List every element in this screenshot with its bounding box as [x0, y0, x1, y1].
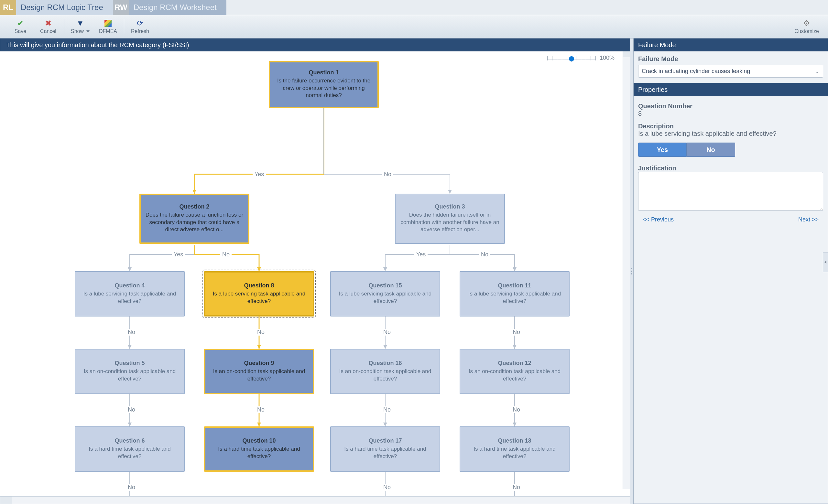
node-q16[interactable]: Question 16 Is an on-condition task appl… — [330, 349, 440, 394]
tab-logic-tree[interactable]: RL Design RCM Logic Tree — [0, 0, 113, 15]
node-text: Is a lube servicing task applicable and … — [335, 290, 435, 305]
chevron-down-icon — [86, 31, 90, 32]
filter-icon: ▼ — [76, 19, 84, 28]
svg-marker-9 — [257, 345, 261, 349]
refresh-button[interactable]: ⟳ Refresh — [126, 17, 154, 36]
edge-label-no: No — [255, 329, 266, 335]
edge-label-no: No — [381, 329, 392, 335]
save-button[interactable]: ✔ Save — [6, 17, 34, 36]
node-title: Question 2 — [179, 203, 209, 210]
node-text: Is a hard time task applicable and effec… — [80, 446, 179, 460]
node-title: Question 8 — [244, 282, 274, 289]
node-q15[interactable]: Question 15 Is a lube servicing task app… — [330, 271, 440, 317]
right-collapse-handle[interactable] — [823, 252, 828, 272]
edge-label-no: No — [220, 251, 232, 258]
edge-label-yes: Yes — [414, 251, 427, 258]
edge-label-no: No — [382, 171, 393, 178]
vertical-scrollbar[interactable] — [623, 51, 630, 489]
tab-label: Design RCM Worksheet — [134, 3, 217, 12]
node-title: Question 12 — [498, 360, 531, 367]
cancel-button[interactable]: ✖ Cancel — [34, 17, 62, 36]
node-title: Question 10 — [242, 438, 276, 444]
svg-marker-5 — [513, 267, 516, 271]
edge-label-no: No — [126, 329, 137, 335]
edge-label-no: No — [381, 484, 392, 491]
svg-marker-11 — [383, 345, 387, 349]
show-label: Show — [71, 29, 84, 34]
node-text: Is an on-condition task applicable and e… — [335, 368, 435, 383]
horizontal-scrollbar[interactable] — [0, 496, 630, 504]
tab-badge-rl: RL — [0, 0, 16, 15]
node-q13[interactable]: Question 13 Is a hard time task applicab… — [460, 426, 570, 472]
customize-button[interactable]: ⚙ Customize — [792, 17, 822, 36]
node-title: Question 15 — [368, 282, 402, 289]
toolbar: ✔ Save ✖ Cancel ▼ Show DFMEA ⟳ Refresh ⚙… — [0, 15, 828, 38]
node-q1[interactable]: Question 1 Is the failure occurrence evi… — [269, 61, 379, 108]
node-text: Is a lube servicing task applicable and … — [210, 290, 308, 305]
description-label: Description — [638, 123, 823, 130]
node-title: Question 3 — [435, 203, 465, 210]
svg-marker-1 — [448, 190, 452, 194]
node-title: Question 16 — [368, 360, 402, 367]
tab-worksheet[interactable]: RW Design RCM Worksheet — [113, 0, 226, 15]
edge-label-no: No — [381, 406, 392, 413]
node-title: Question 9 — [244, 360, 274, 367]
toolbar-separator — [64, 19, 65, 34]
node-text: Is an on-condition task applicable and e… — [465, 368, 565, 383]
node-text: Is a hard time task applicable and effec… — [335, 446, 435, 460]
edge-label-no: No — [126, 484, 137, 491]
cancel-label: Cancel — [40, 29, 56, 34]
logic-tree-canvas[interactable]: 100% — [0, 51, 630, 496]
justification-label: Justification — [638, 165, 823, 172]
node-text: Is a lube servicing task applicable and … — [80, 290, 179, 305]
node-q2[interactable]: Question 2 Does the failure cause a func… — [139, 194, 249, 244]
node-title: Question 6 — [115, 438, 144, 444]
node-q12[interactable]: Question 12 Is an on-condition task appl… — [460, 349, 570, 394]
gear-icon: ⚙ — [803, 19, 810, 28]
banner: This will give you information about the… — [0, 39, 630, 51]
right-panel: Failure Mode Failure Mode Crack in actua… — [633, 39, 828, 504]
question-number-value: 8 — [638, 110, 823, 117]
customize-label: Customize — [794, 29, 819, 34]
edge-label-no: No — [479, 251, 490, 258]
edge-label-no: No — [511, 484, 522, 491]
node-q17[interactable]: Question 17 Is a hard time task applicab… — [330, 426, 440, 472]
svg-marker-3 — [257, 267, 261, 271]
svg-marker-10 — [257, 422, 261, 426]
node-q8[interactable]: Question 8 Is a lube servicing task appl… — [204, 271, 314, 317]
refresh-icon: ⟳ — [137, 19, 143, 28]
node-q9[interactable]: Question 9 Is an on-condition task appli… — [204, 349, 314, 394]
svg-marker-2 — [128, 267, 132, 271]
node-title: Question 13 — [498, 438, 531, 444]
node-q4[interactable]: Question 4 Is a lube servicing task appl… — [75, 271, 185, 317]
node-q11[interactable]: Question 11 Is a lube servicing task app… — [460, 271, 570, 317]
section-failure-mode: Failure Mode — [634, 39, 828, 51]
node-text: Is an on-condition task applicable and e… — [210, 368, 308, 383]
justification-input[interactable] — [638, 172, 823, 211]
node-q5[interactable]: Question 5 Is an on-condition task appli… — [75, 349, 185, 394]
svg-marker-14 — [513, 345, 516, 349]
edge-label-yes: Yes — [172, 251, 185, 258]
chevron-down-icon: ⌄ — [815, 67, 820, 75]
node-title: Question 4 — [115, 282, 144, 289]
edge-label-no: No — [511, 329, 522, 335]
dfmea-button[interactable]: DFMEA — [94, 17, 122, 36]
save-label: Save — [14, 29, 26, 34]
splitter[interactable] — [630, 39, 633, 504]
node-q10[interactable]: Question 10 Is a hard time task applicab… — [204, 426, 314, 472]
failure-mode-select[interactable]: Crack in actuating cylinder causes leaki… — [638, 65, 823, 78]
svg-marker-15 — [513, 422, 516, 426]
edge-label-no: No — [255, 406, 266, 413]
node-text: Is a hard time task applicable and effec… — [210, 446, 308, 460]
node-q6[interactable]: Question 6 Is a hard time task applicabl… — [75, 426, 185, 472]
yes-button[interactable]: Yes — [638, 143, 687, 157]
node-title: Question 5 — [115, 360, 144, 367]
svg-marker-0 — [193, 190, 196, 194]
toolbar-separator — [124, 19, 124, 34]
node-title: Question 11 — [498, 282, 531, 289]
next-link[interactable]: Next >> — [798, 216, 819, 223]
show-button[interactable]: ▼ Show — [66, 17, 94, 36]
node-q3[interactable]: Question 3 Does the hidden failure itsel… — [395, 194, 505, 244]
no-button[interactable]: No — [687, 143, 735, 157]
prev-link[interactable]: << Previous — [643, 216, 674, 223]
